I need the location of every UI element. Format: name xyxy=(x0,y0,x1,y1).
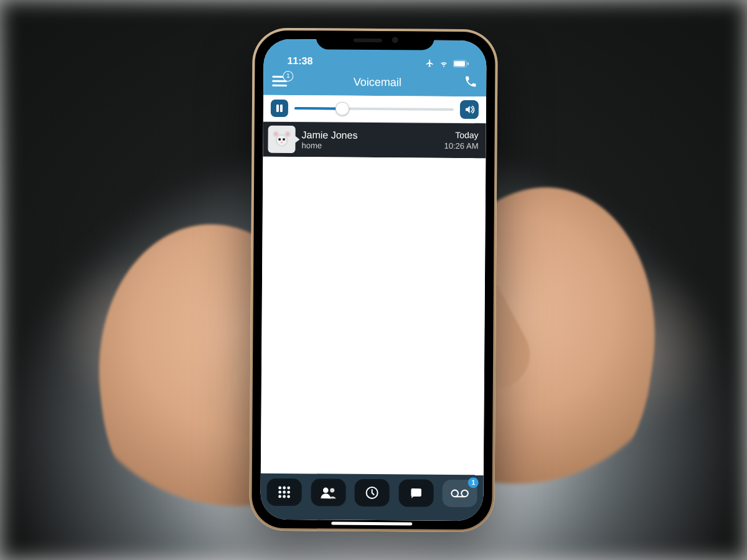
svg-point-9 xyxy=(275,133,278,136)
svg-point-24 xyxy=(330,488,334,493)
progress-thumb[interactable] xyxy=(336,102,349,116)
menu-badge: 1 xyxy=(283,71,293,82)
svg-point-12 xyxy=(283,138,285,141)
keypad-icon xyxy=(277,485,292,500)
voicemail-badge: 1 xyxy=(468,477,479,488)
speaker-button[interactable] xyxy=(460,100,479,119)
svg-point-18 xyxy=(283,491,286,494)
menu-button[interactable]: 1 xyxy=(272,74,291,89)
clock-icon xyxy=(365,485,380,500)
tab-bar: 1 xyxy=(260,474,484,521)
voicemail-time: 10:26 AM xyxy=(444,141,479,151)
svg-point-15 xyxy=(283,487,286,490)
svg-point-22 xyxy=(287,495,290,498)
tab-messages[interactable] xyxy=(398,479,433,506)
svg-point-28 xyxy=(461,490,468,497)
playback-bar xyxy=(263,95,486,123)
voicemail-caller-name: Jamie Jones xyxy=(302,129,438,142)
phone-icon xyxy=(464,75,477,88)
memoji-icon xyxy=(271,129,292,150)
voicemail-row[interactable]: Jamie Jones home Today 10:26 AM xyxy=(263,122,486,158)
page-title: Voicemail xyxy=(354,75,402,89)
tab-contacts[interactable] xyxy=(311,478,345,506)
pause-button[interactable] xyxy=(271,100,288,117)
svg-rect-1 xyxy=(454,61,465,66)
svg-point-19 xyxy=(287,491,290,494)
svg-point-21 xyxy=(283,495,286,498)
tab-voicemail[interactable]: 1 xyxy=(442,480,477,507)
svg-point-10 xyxy=(286,133,289,136)
svg-point-14 xyxy=(278,487,281,490)
svg-rect-4 xyxy=(280,105,283,112)
avatar xyxy=(268,126,295,153)
svg-rect-26 xyxy=(411,488,421,497)
tab-recents[interactable] xyxy=(354,479,389,506)
status-time: 11:38 xyxy=(287,55,312,67)
svg-point-6 xyxy=(277,136,286,145)
svg-rect-3 xyxy=(276,105,279,112)
bubble-tip xyxy=(295,136,300,143)
speaker-icon xyxy=(464,104,475,115)
airplane-mode-icon xyxy=(425,59,435,68)
svg-point-20 xyxy=(278,495,281,498)
svg-rect-2 xyxy=(467,62,469,65)
chat-icon xyxy=(408,486,423,500)
phone-notch xyxy=(316,30,435,50)
svg-point-17 xyxy=(278,491,281,494)
call-button[interactable] xyxy=(464,75,477,91)
svg-point-27 xyxy=(451,490,458,497)
voicemail-icon xyxy=(451,488,469,499)
voicemail-caller-label: home xyxy=(301,141,438,151)
wifi-icon xyxy=(438,59,449,67)
svg-point-13 xyxy=(281,142,283,144)
svg-point-11 xyxy=(278,138,281,141)
home-indicator[interactable] xyxy=(331,522,412,526)
pause-icon xyxy=(275,104,284,113)
battery-icon xyxy=(453,59,469,67)
voicemail-day: Today xyxy=(444,130,479,141)
contacts-icon xyxy=(319,485,337,499)
tab-keypad[interactable] xyxy=(266,478,301,506)
phone-frame: 11:38 xyxy=(249,28,498,533)
svg-point-23 xyxy=(322,488,328,493)
svg-point-16 xyxy=(287,487,290,490)
progress-slider[interactable] xyxy=(294,102,454,116)
empty-content-area xyxy=(261,157,486,475)
